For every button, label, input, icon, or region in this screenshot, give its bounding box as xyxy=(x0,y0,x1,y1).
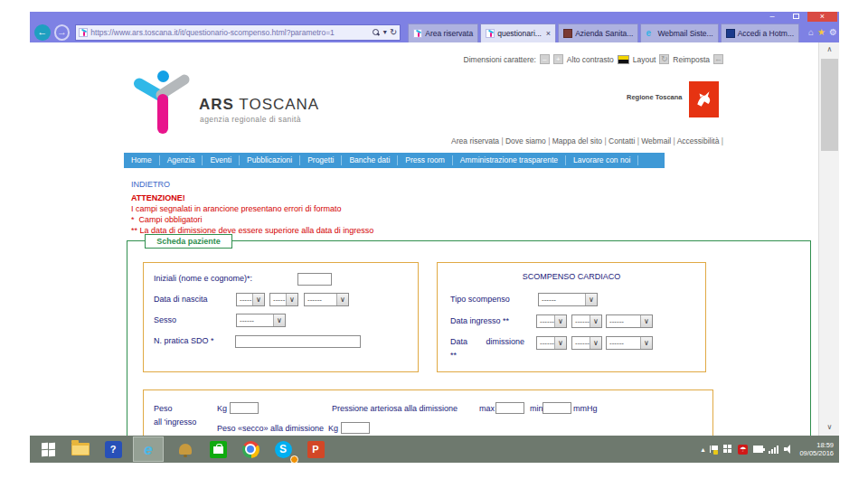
nav-amministrazione-trasparente[interactable]: Amministrazione trasparente xyxy=(453,155,566,165)
nav-home[interactable]: Home xyxy=(124,155,160,165)
pressione-label: Pressione arteriosa alla dimissione xyxy=(332,404,458,413)
nav-pubblicazioni[interactable]: Pubblicazioni xyxy=(240,155,300,165)
desktop: – × ← → https://www.ars.toscana.it/it/qu… xyxy=(30,12,839,463)
tab-favicon xyxy=(563,29,572,38)
forward-button[interactable]: → xyxy=(54,24,71,41)
peso-secco-input[interactable] xyxy=(341,422,370,434)
regione-toscana-label: Regione Toscana xyxy=(627,93,683,101)
ingresso-month-select[interactable]: ------∨ xyxy=(571,314,602,328)
browser-action-icons: ⌂ ★ ⚙ xyxy=(807,27,839,37)
dimissione-day-select[interactable]: ------∨ xyxy=(536,336,567,350)
nav-agenzia[interactable]: Agenzia xyxy=(160,155,203,165)
link-mappa-del-sito[interactable]: Mappa del sito xyxy=(552,136,609,145)
nav-eventi[interactable]: Eventi xyxy=(203,155,240,165)
initials-input[interactable] xyxy=(297,273,332,286)
search-icon[interactable] xyxy=(373,29,380,36)
start-button[interactable] xyxy=(35,436,61,462)
warning-title: ATTENZIONE! xyxy=(131,193,185,202)
windows-store-button[interactable] xyxy=(205,436,231,462)
chrome-button[interactable] xyxy=(238,436,263,462)
indietro-link[interactable]: INDIETRO xyxy=(131,180,170,189)
system-tray: ▴ ☂ 18:59 09/05/2016 xyxy=(698,436,839,463)
dimissione-month-select[interactable]: ------∨ xyxy=(571,336,602,350)
tab-webmail[interactable]: e Webmail Siste... xyxy=(640,23,718,42)
url-text[interactable]: https://www.ars.toscana.it/it/questionar… xyxy=(90,28,373,37)
birth-year-select[interactable]: ------∨ xyxy=(304,293,349,306)
close-button[interactable]: × xyxy=(807,12,837,22)
speaker-icon[interactable] xyxy=(784,445,793,454)
select-value: ------ xyxy=(237,294,252,305)
dimissione-year-select[interactable]: ------∨ xyxy=(606,336,653,350)
select-arrow-icon: ∨ xyxy=(273,314,285,326)
nav-lavorare-con-noi[interactable]: Lavorare con noi xyxy=(566,155,638,165)
sdo-input[interactable] xyxy=(235,335,361,348)
link-webmail[interactable]: Webmail xyxy=(641,136,676,145)
pressione-max-input[interactable] xyxy=(495,402,524,414)
refresh-icon[interactable]: ↻ xyxy=(390,27,397,37)
scrollbar-thumb[interactable] xyxy=(821,59,838,151)
layout-button[interactable]: ↻ xyxy=(659,54,669,64)
ingresso-year-select[interactable]: ------∨ xyxy=(606,314,653,328)
internet-explorer-button-active[interactable]: e xyxy=(133,436,164,462)
windows-logo-icon xyxy=(42,443,55,456)
peso-ingresso-input[interactable] xyxy=(230,402,259,414)
tray-expand-icon[interactable]: ▴ xyxy=(701,446,704,454)
action-center-flag-icon[interactable] xyxy=(710,446,718,453)
skype-button[interactable]: S xyxy=(270,436,296,462)
warning-text: Campi obbligatori xyxy=(139,215,203,224)
layout-label: Layout xyxy=(633,55,656,64)
sex-select[interactable]: ------∨ xyxy=(236,314,286,327)
select-value: ------ xyxy=(572,337,590,349)
link-dove-siamo[interactable]: Dove siamo xyxy=(505,136,552,145)
reset-button[interactable]: ← xyxy=(713,54,723,64)
notification-app-button[interactable] xyxy=(173,436,198,462)
birth-day-select[interactable]: ------∨ xyxy=(236,293,265,306)
file-explorer-button[interactable] xyxy=(68,436,93,462)
warning-line-1: I campi segnalati in arancione presentan… xyxy=(131,204,342,213)
tab-favicon-ie-icon: e xyxy=(646,29,655,38)
birth-month-select[interactable]: ------∨ xyxy=(269,293,298,306)
powerpoint-button[interactable]: P xyxy=(303,436,328,462)
high-contrast-icon[interactable] xyxy=(618,55,629,64)
dimissione-label-word1: Data xyxy=(450,337,467,346)
minimize-button[interactable]: – xyxy=(760,12,784,22)
settings-gear-icon[interactable]: ⚙ xyxy=(829,27,837,37)
windows-tray-icon[interactable] xyxy=(723,445,732,454)
favorites-star-icon[interactable]: ★ xyxy=(817,27,826,37)
search-dropdown-icon[interactable]: ▾ xyxy=(383,28,387,36)
avira-antivirus-icon[interactable]: ☂ xyxy=(738,445,748,455)
nav-banche-dati[interactable]: Banche dati xyxy=(342,155,398,165)
back-button[interactable]: ← xyxy=(34,24,51,41)
dimissione-required-mark: ** xyxy=(450,351,457,360)
font-smaller-button[interactable]: – xyxy=(540,54,550,64)
battery-icon[interactable] xyxy=(753,446,763,453)
pressione-min-input[interactable] xyxy=(542,402,571,414)
nav-progetti[interactable]: Progetti xyxy=(300,155,342,165)
font-larger-button[interactable]: + xyxy=(553,54,563,64)
scroll-up-arrow[interactable]: ∧ xyxy=(819,42,839,58)
link-contatti[interactable]: Contatti xyxy=(609,136,641,145)
tipo-scompenso-select[interactable]: ------∨ xyxy=(538,293,598,306)
link-area-riservata[interactable]: Area riservata xyxy=(451,136,505,145)
clock-date: 09/05/2016 xyxy=(799,449,834,457)
ingresso-day-select[interactable]: ------∨ xyxy=(536,314,567,328)
network-signal-icon[interactable] xyxy=(769,445,778,454)
link-accessibilita[interactable]: Accessibilità xyxy=(677,136,723,145)
select-arrow-icon: ∨ xyxy=(252,294,264,305)
restore-button[interactable] xyxy=(784,12,807,22)
tab-hotmail[interactable]: Accedi a Hotm... xyxy=(721,23,799,42)
kg-label-2: Kg xyxy=(328,424,338,433)
nav-press-room[interactable]: Press room xyxy=(398,155,452,165)
clock[interactable]: 18:59 09/05/2016 xyxy=(799,441,834,457)
tab-questionario-active[interactable]: questionari... × xyxy=(480,23,556,42)
address-bar[interactable]: https://www.ars.toscana.it/it/questionar… xyxy=(75,24,401,41)
vertical-scrollbar[interactable]: ∧ ∨ xyxy=(818,42,839,436)
scroll-down-arrow[interactable]: ∨ xyxy=(819,420,839,436)
tab-close-icon[interactable]: × xyxy=(546,29,551,38)
tab-azienda-sanitaria[interactable]: Azienda Sanita... xyxy=(558,23,638,42)
select-value: ------ xyxy=(537,315,554,327)
home-icon[interactable]: ⌂ xyxy=(808,27,814,37)
store-bag-icon xyxy=(210,441,227,458)
tab-area-riservata[interactable]: Area riservata xyxy=(408,23,478,42)
help-app-button[interactable]: ? xyxy=(100,436,126,462)
